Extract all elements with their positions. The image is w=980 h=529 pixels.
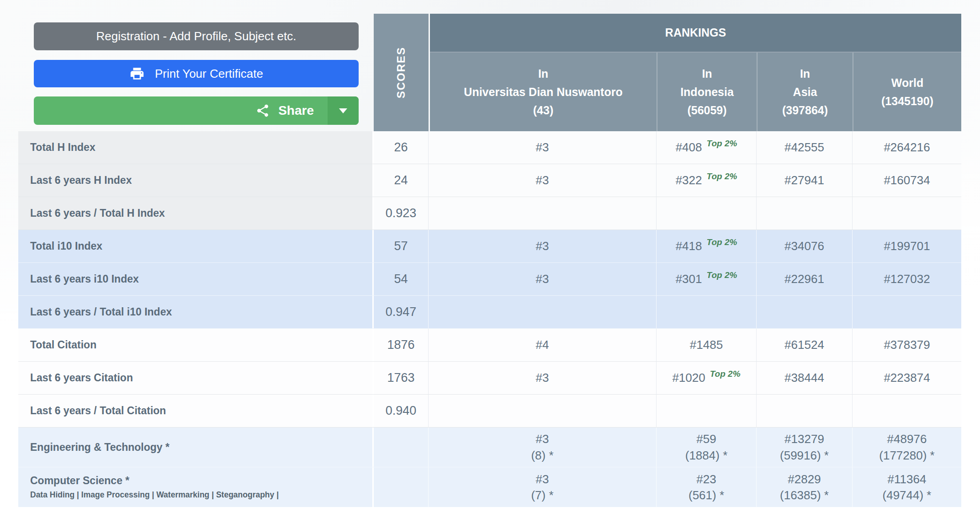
ranking-cell: #13279(59916) *: [757, 427, 853, 467]
ranking-cell: [657, 197, 757, 230]
table-row: Last 6 years Citation 1763 #3#1020Top 2%…: [18, 362, 961, 395]
ranking-cell: #4: [429, 329, 657, 361]
ranking-cell: #48976(177280) *: [853, 427, 961, 467]
row-label: Last 6 years / Total i10 Index: [30, 306, 172, 318]
table-row: Last 6 years H Index 24 #3#322Top 2%#279…: [18, 164, 961, 197]
score-cell: [374, 467, 429, 507]
ranking-cell: #61524: [757, 329, 853, 361]
ranking-cell: #11364(49744) *: [853, 467, 961, 507]
top-2-percent-badge: Top 2%: [706, 139, 737, 149]
ranking-cell: #22961: [757, 263, 853, 295]
rankings-subheaders: In Universitas Dian Nuswantoro (43) In I…: [430, 53, 961, 131]
row-label-cell: Engineering & Technology *: [18, 427, 374, 467]
rank-value: #3: [536, 472, 549, 487]
ranking-cell: #3: [429, 362, 657, 394]
ranking-cell: #42555: [757, 131, 853, 164]
rank-secondary-value: (8) *: [531, 448, 553, 463]
ranking-cell: #3(7) *: [429, 467, 657, 507]
ranking-cell: #34076: [757, 230, 853, 262]
ranking-cell: #322Top 2%: [657, 164, 757, 197]
rank-secondary-value: (16385) *: [780, 488, 829, 503]
top-2-percent-badge: Top 2%: [710, 369, 741, 379]
rankings-header-label: RANKINGS: [430, 14, 961, 53]
ranking-cell: #127032: [853, 263, 961, 295]
row-label: Last 6 years H Index: [30, 174, 132, 186]
table-body: Total H Index 26 #3#408Top 2%#42555#2642…: [18, 131, 961, 507]
rank-value: #38444: [784, 370, 824, 385]
ranking-cell: #59(1884) *: [657, 427, 757, 467]
column-header-university: In Universitas Dian Nuswantoro (43): [430, 53, 657, 131]
ranking-cell: [429, 197, 657, 230]
page: Registration - Add Profile, Subject etc.…: [0, 0, 980, 529]
rank-value: #160734: [884, 173, 930, 188]
scores-header-label: SCORES: [395, 47, 408, 98]
rank-secondary-value: (561) *: [689, 488, 724, 503]
row-label-cell: Last 6 years i10 Index: [18, 263, 374, 295]
rank-value: #301: [676, 272, 702, 287]
ranking-cell: [657, 296, 757, 328]
ranking-cell: #1485: [657, 329, 757, 361]
ranking-cell: [757, 395, 853, 427]
rank-value: #418: [676, 239, 702, 254]
score-cell: 0.923: [374, 197, 429, 230]
ranking-cell: [757, 296, 853, 328]
score-cell: [374, 427, 429, 467]
rank-value: #61524: [784, 337, 824, 353]
rank-secondary-value: (7) *: [531, 488, 553, 503]
rank-secondary-value: (59916) *: [780, 448, 829, 463]
ranking-cell: [757, 197, 853, 230]
column-header-indonesia: In Indonesia (56059): [657, 53, 757, 131]
ranking-cell: #199701: [853, 230, 961, 262]
score-cell: 24: [374, 164, 429, 197]
score-cell: 57: [374, 230, 429, 262]
ranking-cell: [429, 395, 657, 427]
rank-value: #223874: [884, 370, 930, 385]
ranking-cell: [657, 395, 757, 427]
rank-value: #322: [676, 173, 702, 188]
column-header-world: World (1345190): [853, 53, 961, 131]
rank-secondary-value: (49744) *: [883, 488, 932, 503]
rank-value: #1020: [672, 370, 705, 385]
row-label: Last 6 years / Total Citation: [30, 405, 166, 417]
rank-value: #59: [696, 432, 716, 447]
ranking-cell: #223874: [853, 362, 961, 394]
score-cell: 1763: [374, 362, 429, 394]
ranking-cell: #23(561) *: [657, 467, 757, 507]
ranking-cell: #3: [429, 164, 657, 197]
rank-value: #11364: [888, 472, 927, 487]
row-label-cell: Last 6 years / Total H Index: [18, 197, 374, 230]
rank-value: #23: [696, 472, 716, 487]
rank-value: #3: [536, 140, 549, 155]
top-2-percent-badge: Top 2%: [706, 237, 737, 247]
row-label: Computer Science *: [30, 475, 129, 486]
row-label-cell: Last 6 years Citation: [18, 362, 374, 394]
score-cell: 54: [374, 263, 429, 295]
row-label: Last 6 years Citation: [30, 372, 133, 384]
rank-value: #408: [676, 140, 702, 155]
table-row: Last 6 years i10 Index 54 #3#301Top 2%#2…: [18, 263, 961, 296]
ranking-cell: [429, 296, 657, 328]
rank-value: #3: [536, 239, 549, 254]
rank-value: #42555: [784, 140, 824, 155]
rank-value: #3: [536, 173, 549, 188]
score-cell: 0.947: [374, 296, 429, 328]
row-label-cell: Last 6 years H Index: [18, 164, 374, 197]
rank-secondary-value: (1884) *: [685, 448, 728, 463]
rank-value: #127032: [884, 272, 930, 287]
row-label-cell: Total H Index: [18, 131, 374, 164]
ranking-cell: #418Top 2%: [657, 230, 757, 262]
table-row: Computer Science * Data Hiding | Image P…: [18, 467, 961, 507]
rankings-header-group: RANKINGS In Universitas Dian Nuswantoro …: [429, 14, 961, 131]
table-row: Total H Index 26 #3#408Top 2%#42555#2642…: [18, 131, 961, 164]
ranking-cell: #1020Top 2%: [657, 362, 757, 394]
row-label-cell: Total Citation: [18, 329, 374, 361]
rank-value: #22961: [784, 272, 824, 287]
row-label-cell: Total i10 Index: [18, 230, 374, 262]
row-label: Engineering & Technology *: [30, 441, 170, 453]
score-cell: 0.940: [374, 395, 429, 427]
top-2-percent-badge: Top 2%: [706, 171, 737, 182]
table-row: Last 6 years / Total Citation 0.940: [18, 395, 961, 427]
ranking-cell: #3: [429, 230, 657, 262]
row-label-cell: Computer Science * Data Hiding | Image P…: [18, 467, 374, 507]
row-label-cell: Last 6 years / Total i10 Index: [18, 296, 374, 328]
